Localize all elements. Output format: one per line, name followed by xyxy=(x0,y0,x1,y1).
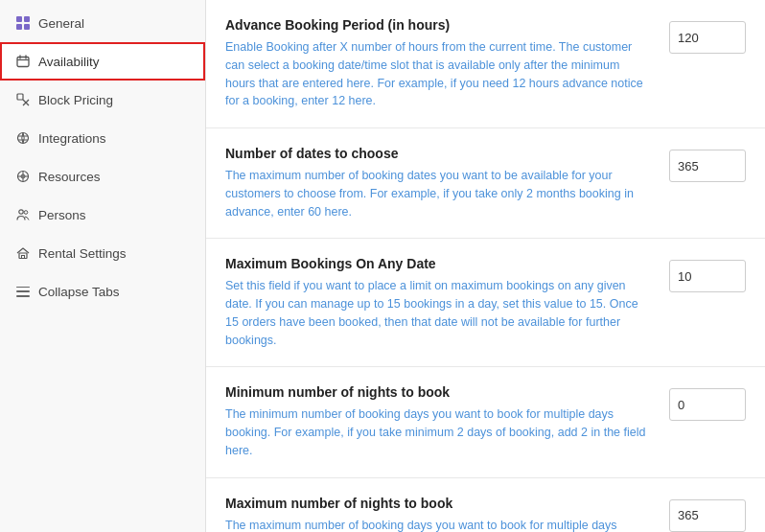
setting-content-advance-booking: Advance Booking Period (in hours) Enable… xyxy=(225,17,650,110)
svg-rect-15 xyxy=(22,256,25,259)
setting-content-max-nights: Maximum number of nights to book The max… xyxy=(225,496,650,533)
sidebar: General Availability Block Pricing xyxy=(0,0,206,532)
svg-point-12 xyxy=(19,210,23,214)
sidebar-item-rental-settings[interactable]: Rental Settings xyxy=(0,234,205,272)
tag-icon xyxy=(15,92,31,107)
setting-row-advance-booking: Advance Booking Period (in hours) Enable… xyxy=(206,0,765,128)
setting-row-max-bookings: Maximum Bookings On Any Date Set this fi… xyxy=(206,239,765,367)
setting-content-num-dates: Number of dates to choose The maximum nu… xyxy=(225,146,650,220)
svg-rect-4 xyxy=(17,94,23,100)
svg-point-13 xyxy=(24,211,28,215)
lines-icon xyxy=(15,284,31,299)
main-content: Advance Booking Period (in hours) Enable… xyxy=(206,0,765,532)
sidebar-item-resources[interactable]: Resources xyxy=(0,157,205,196)
setting-content-min-nights: Minimum number of nights to book The min… xyxy=(225,384,650,459)
setting-desc-max-nights: The maximum number of booking days you w… xyxy=(225,517,650,533)
sidebar-item-rental-settings-label: Rental Settings xyxy=(38,246,127,261)
svg-rect-0 xyxy=(17,58,29,67)
sidebar-item-persons[interactable]: Persons xyxy=(0,196,205,234)
setting-content-max-bookings: Maximum Bookings On Any Date Set this fi… xyxy=(225,256,650,349)
svg-point-7 xyxy=(18,133,29,144)
grid-icon xyxy=(15,15,31,31)
sidebar-item-general-label: General xyxy=(38,16,84,31)
setting-title-min-nights: Minimum number of nights to book xyxy=(225,384,650,400)
setting-desc-num-dates: The maximum number of booking dates you … xyxy=(225,167,650,220)
min-nights-input[interactable] xyxy=(669,388,746,421)
integrations-icon xyxy=(15,130,31,146)
setting-desc-max-bookings: Set this field if you want to place a li… xyxy=(225,277,650,349)
sidebar-item-persons-label: Persons xyxy=(38,208,86,222)
setting-row-min-nights: Minimum number of nights to book The min… xyxy=(206,367,765,477)
setting-desc-advance-booking: Enable Booking after X number of hours f… xyxy=(225,38,650,110)
sidebar-item-collapse-tabs-label: Collapse Tabs xyxy=(38,285,120,299)
max-nights-input[interactable] xyxy=(669,499,746,532)
setting-row-max-nights: Maximum number of nights to book The max… xyxy=(206,478,765,533)
setting-title-advance-booking: Advance Booking Period (in hours) xyxy=(225,17,650,33)
persons-icon xyxy=(15,207,31,222)
globe-icon xyxy=(15,169,31,184)
num-dates-input[interactable] xyxy=(669,150,746,182)
setting-row-num-dates: Number of dates to choose The maximum nu… xyxy=(206,128,765,239)
sidebar-item-availability-label: Availability xyxy=(38,55,100,69)
setting-input-wrapper-min-nights xyxy=(669,384,746,421)
setting-input-wrapper-max-nights xyxy=(669,496,746,532)
setting-input-wrapper-num-dates xyxy=(669,146,746,182)
sidebar-item-collapse-tabs[interactable]: Collapse Tabs xyxy=(0,272,205,311)
home-icon xyxy=(15,245,31,261)
setting-title-num-dates: Number of dates to choose xyxy=(225,146,650,161)
setting-desc-min-nights: The minimum number of booking days you w… xyxy=(225,405,650,459)
max-bookings-input[interactable] xyxy=(669,260,746,292)
setting-title-max-nights: Maximum number of nights to book xyxy=(225,496,650,511)
sidebar-item-integrations[interactable]: Integrations xyxy=(0,119,205,157)
setting-input-wrapper-max-bookings xyxy=(669,256,746,292)
setting-title-max-bookings: Maximum Bookings On Any Date xyxy=(225,256,650,271)
sidebar-item-availability[interactable]: Availability xyxy=(0,42,205,81)
advance-booking-input[interactable] xyxy=(669,21,746,54)
sidebar-item-block-pricing-label: Block Pricing xyxy=(38,93,113,107)
sidebar-item-block-pricing[interactable]: Block Pricing xyxy=(0,81,205,119)
calendar-icon xyxy=(15,54,31,69)
sidebar-item-integrations-label: Integrations xyxy=(38,131,106,146)
sidebar-item-resources-label: Resources xyxy=(38,170,101,184)
setting-input-wrapper-advance-booking xyxy=(669,17,746,54)
sidebar-item-general[interactable]: General xyxy=(0,4,205,42)
